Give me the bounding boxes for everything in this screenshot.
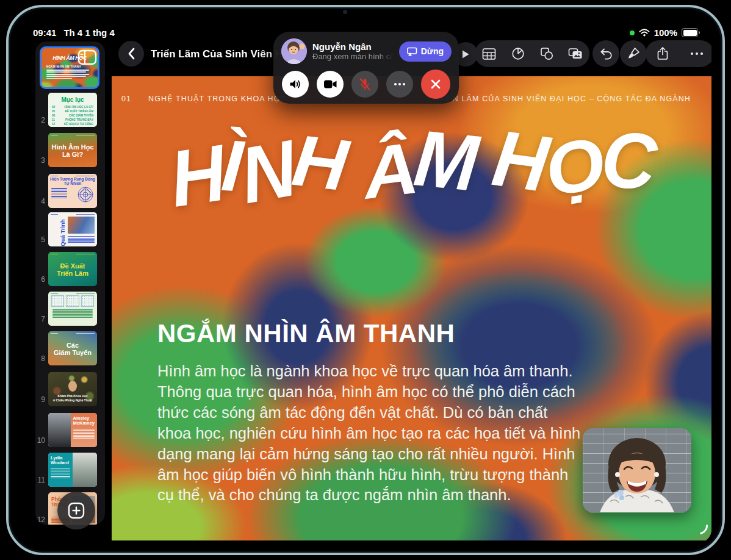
text-lines (73, 429, 95, 439)
toc-item: 08CÁC GIÁM TUYỂN (52, 114, 93, 118)
thumb-photo (48, 413, 71, 447)
document-title[interactable]: Triển Lãm Của Sinh Viên Hình Âm H (151, 48, 291, 60)
slide-number: 10 (35, 436, 45, 445)
shareplay-banner[interactable]: Nguyễn Ngân Đang xem màn hình của t Dừng (273, 32, 459, 104)
more-dots-icon (394, 82, 406, 86)
mandala-pattern (76, 185, 95, 204)
shapes-button[interactable] (535, 41, 559, 66)
thumb-title: Đề Xuất Triển Lãm (57, 263, 88, 277)
slide-thumbnail-row[interactable]: 8 Các Giám Tuyển (35, 331, 105, 372)
screen-share-icon (407, 47, 417, 56)
slide-canvas[interactable]: 01 NGHỆ THUẬT TRONG KHOA HỌC TRIỂN LÃM C… (112, 76, 711, 540)
ipad-frame: 09:41 Th 4 1 thg 4 100% 1 HÌNH ÂM HỌC NG… (6, 5, 725, 555)
slide-thumbnail-row[interactable]: 6 Đề Xuất Triển Lãm (35, 252, 105, 292)
call-more-button[interactable] (386, 71, 413, 98)
facetime-pip-video[interactable] (583, 428, 691, 512)
screen: 09:41 Th 4 1 thg 4 100% 1 HÌNH ÂM HỌC NG… (20, 17, 711, 543)
undo-button[interactable] (592, 40, 619, 67)
stop-label: Dừng (421, 46, 444, 56)
slide-header-right: TRIỂN LÃM CỦA SINH VIÊN ĐẠI HỌC – CỘNG T… (433, 95, 691, 103)
thumb-patterns (48, 292, 97, 326)
end-call-x-icon (430, 79, 441, 90)
share-button[interactable] (650, 41, 675, 66)
back-button[interactable] (118, 41, 144, 66)
thumb-process: Quá Trình (48, 212, 97, 246)
ipad-device: 09:41 Th 4 1 thg 4 100% 1 HÌNH ÂM HỌC NG… (0, 0, 731, 560)
slide-title-letter: H (488, 112, 552, 210)
slide-title-letter: H (288, 118, 350, 207)
chevron-left-icon (126, 47, 136, 60)
date: Th 4 1 thg 4 (63, 27, 114, 38)
thumb-vibration: Hiện Tượng Rung Động Tự Nhiên (48, 174, 97, 208)
text-lines (52, 309, 93, 318)
mic-muted-icon (358, 77, 372, 91)
slide-title-letter: H (164, 127, 229, 224)
play-icon (461, 49, 470, 59)
slide-thumbnail-row[interactable]: 3 Hình Âm Học Là Gì? (35, 133, 105, 173)
slide-number: 4 (35, 197, 45, 206)
slide-page-number: 01 (121, 95, 131, 103)
toc-item: 11PHÒNG TRƯNG BÀY (52, 118, 93, 123)
media-photos-icon (568, 48, 583, 60)
screen-share-indicator-icon (630, 31, 635, 35)
wifi-icon (639, 29, 650, 37)
thumb-face (68, 381, 77, 392)
thumb-profile: Lydia Woolard (48, 453, 97, 487)
navigator-panel-icon (77, 49, 98, 66)
slide-number: 11 (35, 476, 45, 484)
thumb-title: Khám Phá Khoa Học ở Chiều Phẳng Nghệ Thu… (48, 394, 97, 402)
call-info: Nguyễn Ngân Đang xem màn hình của t (312, 41, 394, 61)
table-button[interactable] (477, 41, 502, 66)
slide-thumbnail-row[interactable]: 10 Ainsley McKinney (35, 413, 105, 453)
slide-number: 8 (35, 354, 45, 363)
table-icon (482, 48, 496, 60)
thumb-title: Quá Trình (59, 219, 66, 246)
actions-toolbar-group (646, 40, 711, 67)
slide-number: 5 (35, 235, 45, 244)
speaker-button[interactable] (282, 71, 309, 98)
mute-button[interactable] (351, 71, 378, 98)
undo-icon (599, 48, 613, 60)
slide-title-letter: C (598, 113, 657, 208)
add-slide-plus-icon (67, 501, 85, 520)
slide-thumbnail-row[interactable]: 9 Khám Phá Khoa Học ở Chiều Phẳng Nghệ T… (35, 372, 105, 412)
thumb-title-slide: Đề Xuất Triển Lãm (48, 252, 97, 286)
slide-title-letter: M (411, 112, 480, 209)
media-button[interactable] (563, 41, 588, 66)
thumb-photo-slide: Khám Phá Khoa Học ở Chiều Phẳng Nghệ Thu… (48, 372, 97, 406)
add-slide-button[interactable] (57, 492, 95, 529)
end-call-button[interactable] (421, 70, 450, 99)
format-button[interactable] (620, 40, 647, 67)
slide-body-text: Hình âm học là ngành khoa học về trực qu… (157, 361, 582, 506)
thumb-title: Lydia Woolard (51, 456, 70, 466)
slide-thumbnail-row[interactable]: 7 (35, 292, 105, 332)
slide-number: 12 (35, 515, 45, 524)
thumb-toc: Mục lục 03HÌNH ÂM HỌC LÀ GÌ?05ĐỀ XUẤT TR… (48, 93, 97, 127)
caller-name: Nguyễn Ngân (312, 41, 394, 52)
format-brush-icon (627, 47, 640, 60)
toc-item: 03HÌNH ÂM HỌC LÀ GÌ? (52, 106, 93, 110)
shapes-icon (540, 47, 553, 60)
thumb-title: Mục lục (48, 96, 97, 103)
slide-number: 3 (35, 156, 45, 165)
slide-thumbnail-row[interactable]: 11 Lydia Woolard (35, 453, 105, 493)
video-button[interactable] (317, 71, 344, 98)
more-button[interactable] (685, 41, 709, 66)
slide-thumbnail-row[interactable]: 5 Quá Trình (35, 212, 105, 253)
chart-button[interactable] (506, 41, 530, 66)
sidebar-toggle-button[interactable] (73, 48, 98, 67)
slide-list: 1 HÌNH ÂM HỌC NGẮM NHÌN ÂM THANH2 Mục lụ… (35, 41, 105, 525)
video-camera-icon (323, 79, 337, 89)
slide-thumbnail-row[interactable]: 4 Hiện Tượng Rung Động Tự Nhiên (35, 174, 105, 214)
slide-heading: NGẮM NHÌN ÂM THANH (157, 319, 455, 348)
battery-icon (682, 28, 698, 37)
call-info-row: Nguyễn Ngân Đang xem màn hình của t Dừng (273, 32, 459, 64)
thumb-title: Hình Âm Học Là Gì? (51, 144, 93, 158)
toc-item: 12KẾ HOẠCH THI CÔNG (52, 123, 93, 127)
thumb-title: Ainsley McKinney (73, 416, 95, 426)
stop-sharing-button[interactable]: Dừng (399, 41, 452, 62)
slide-thumbnail-row[interactable]: 2 Mục lục 03HÌNH ÂM HỌC LÀ GÌ?05ĐỀ XUẤT … (35, 93, 105, 133)
more-icon (690, 52, 704, 56)
thumb-title: Hiện Tượng Rung Động Tự Nhiên (48, 177, 97, 186)
chart-pie-icon (511, 47, 525, 60)
